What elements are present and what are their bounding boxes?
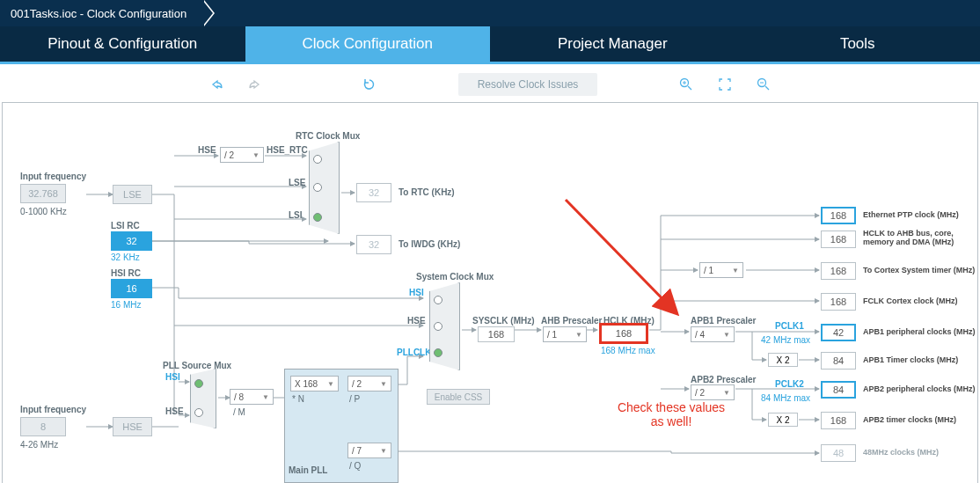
lsi-rc-label: LSI RC <box>111 221 140 231</box>
pll-p-select[interactable]: / 2▼ <box>347 376 391 392</box>
out-apb1p-label: APB1 peripheral clocks (MHz) <box>863 327 976 336</box>
hse-rtc-tag: HSE_RTC <box>267 145 308 155</box>
rtc-out-value: 32 <box>356 183 391 202</box>
out-systick-value: 168 <box>821 262 856 280</box>
input-freq-top-range: 0-1000 KHz <box>20 207 67 216</box>
annotation-text: Check these values as well! <box>601 400 742 428</box>
out-48m-value: 48 <box>821 444 856 462</box>
sysclk-hsi-tag: HSI <box>409 288 424 297</box>
sysclk-mux-title: System Clock Mux <box>416 272 494 282</box>
resolve-clock-button[interactable]: Resolve Clock Issues <box>458 73 598 96</box>
input-freq-top-label: Input frequency <box>20 172 86 181</box>
out-apb2t-label: APB2 timer clocks (MHz) <box>863 415 956 424</box>
svg-line-5 <box>765 86 769 90</box>
sysclk-hse-radio[interactable] <box>434 322 442 331</box>
iwdg-out-label: To IWDG (KHz) <box>399 239 460 249</box>
tab-pinout[interactable]: Pinout & Configuration <box>0 26 245 62</box>
out-hclk-label: HCLK to AHB bus, core, memory and DMA (M… <box>863 229 977 246</box>
apb1-pre-label: APB1 Prescaler <box>691 316 757 326</box>
out-apb2p-value[interactable]: 84 <box>821 381 856 399</box>
toolbar: Resolve Clock Issues <box>0 64 980 105</box>
pll-m-label: / M <box>233 407 245 417</box>
ahb-pre-select[interactable]: / 1▼ <box>543 326 587 342</box>
reset-icon[interactable] <box>362 77 377 92</box>
apb2-x2: X 2 <box>768 413 798 427</box>
sysclk-mux[interactable] <box>429 282 460 370</box>
out-48m-label: 48MHz clocks (MHz) <box>863 448 939 457</box>
zoom-out-icon[interactable] <box>756 77 772 92</box>
iwdg-out-value: 32 <box>356 235 391 254</box>
pll-n-select[interactable]: X 168▼ <box>290 376 339 392</box>
hsi-rc-label: HSI RC <box>111 268 141 278</box>
lse-box[interactable]: LSE <box>113 185 152 204</box>
out-apb1t-value: 84 <box>821 352 856 370</box>
out-eth-label: Ethernet PTP clock (MHz) <box>863 210 959 219</box>
lse-tag: LSE <box>289 178 305 187</box>
pclk2-note: 84 MHz max <box>761 393 810 403</box>
apb1-pre-select[interactable]: / 4▼ <box>691 326 735 342</box>
apb2-pre-select[interactable]: / 2▼ <box>691 384 735 400</box>
input-freq-bot-label: Input frequency <box>20 405 86 414</box>
pll-q-select[interactable]: / 7▼ <box>347 443 391 458</box>
main-tabs: Pinout & Configuration Clock Configurati… <box>0 26 980 64</box>
pll-src-mux[interactable] <box>190 369 216 428</box>
out-apb2t-value: 168 <box>821 412 856 429</box>
main-pll-label: Main PLL <box>289 465 327 475</box>
out-fclk-value: 168 <box>821 293 856 311</box>
tab-clock[interactable]: Clock Configuration <box>245 26 491 62</box>
redo-icon[interactable] <box>247 77 263 92</box>
hclk-value[interactable]: 168 <box>599 323 648 344</box>
svg-line-1 <box>688 86 691 90</box>
rtc-mux-hse[interactable] <box>313 155 322 164</box>
input-freq-bot-range: 4-26 MHz <box>20 440 58 450</box>
pll-p-label: / P <box>349 394 360 404</box>
apb1-x2: X 2 <box>768 353 798 367</box>
enable-css-button[interactable]: Enable CSS <box>427 389 490 405</box>
ahb-pre-label: AHB Prescaler <box>541 316 602 326</box>
pll-src-title: PLL Source Mux <box>163 361 231 370</box>
hclk-note: 168 MHz max <box>601 346 655 355</box>
out-apb1p-value[interactable]: 42 <box>821 324 856 341</box>
tab-tools[interactable]: Tools <box>735 26 981 62</box>
out-apb2p-label: APB2 peripheral clocks (MHz) <box>863 384 976 393</box>
out-eth-value[interactable]: 168 <box>821 207 856 224</box>
out-hclk-value: 168 <box>821 231 856 248</box>
breadcrumb-title: 001Tasks.ioc - Clock Configuration <box>0 0 202 26</box>
sysclk-pll-radio[interactable] <box>434 348 442 357</box>
tab-project[interactable]: Project Manager <box>490 26 735 62</box>
lsi-rc-unit: 32 KHz <box>111 252 140 262</box>
sysclk-pllclk-tag: PLLCLK <box>397 348 431 357</box>
pll-hsi-tag: HSI <box>165 372 180 382</box>
input-freq-top-value[interactable]: 32.768 <box>20 184 66 203</box>
pll-n-label: * N <box>292 394 304 404</box>
out-apb1t-label: APB1 Timer clocks (MHz) <box>863 355 958 364</box>
pll-hse-tag: HSE <box>165 406 184 416</box>
sysclk-hse-tag: HSE <box>407 316 426 326</box>
clock-diagram-canvas[interactable]: Input frequency 32.768 0-1000 KHz LSE LS… <box>2 102 978 483</box>
sysclk-hsi-radio[interactable] <box>434 296 442 304</box>
hse-tag-1: HSE <box>198 145 216 155</box>
pll-src-hse[interactable] <box>194 408 203 417</box>
fit-icon[interactable] <box>717 77 733 92</box>
breadcrumb: 001Tasks.ioc - Clock Configuration <box>0 0 980 26</box>
out-systick-label: To Cortex System timer (MHz) <box>863 266 975 274</box>
undo-icon[interactable] <box>208 77 224 92</box>
pclk1-note: 42 MHz max <box>761 335 810 345</box>
apb2-pre-label: APB2 Prescaler <box>691 375 757 384</box>
rtc-mux-title: RTC Clock Mux <box>296 131 360 141</box>
rtc-out-label: To RTC (KHz) <box>399 187 455 197</box>
zoom-in-icon[interactable] <box>678 77 694 92</box>
hse-box[interactable]: HSE <box>113 417 152 436</box>
lsi-tag: LSI <box>289 210 303 220</box>
systimer-pre-select[interactable]: / 1▼ <box>699 262 743 278</box>
sysclk-label: SYSCLK (MHz) <box>472 316 535 326</box>
input-freq-bot-value[interactable]: 8 <box>20 417 66 436</box>
pll-src-hsi[interactable] <box>194 379 203 388</box>
pll-m-select[interactable]: / 8▼ <box>230 389 274 405</box>
rtc-mux[interactable] <box>309 142 340 234</box>
hse-div-select[interactable]: / 2▼ <box>220 147 264 163</box>
sysclk-value[interactable]: 168 <box>478 326 515 342</box>
rtc-mux-lsi[interactable] <box>313 213 322 222</box>
lsi-rc-value: 32 <box>111 231 152 251</box>
rtc-mux-lse[interactable] <box>313 183 322 192</box>
